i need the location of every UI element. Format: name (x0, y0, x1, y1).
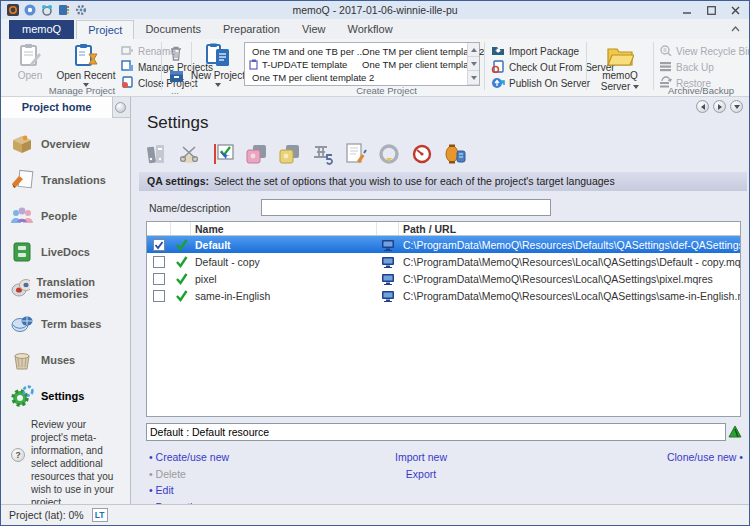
template-item[interactable]: One TM per client template (359, 58, 467, 71)
table-row[interactable]: pixel C:\ProgramData\MemoQ\Resources\Loc… (147, 270, 740, 287)
import-package-button[interactable]: Import Package (491, 44, 579, 58)
row-checkbox[interactable] (153, 256, 165, 268)
server-caret-icon (633, 85, 639, 89)
table-row[interactable]: Default C:\ProgramData\MemoQ\Resources\D… (147, 236, 740, 253)
autocorrect-settings-icon[interactable] (342, 141, 370, 167)
new-project-button[interactable]: New Project (194, 41, 242, 87)
view-recycle-bin-button[interactable]: View Recycle Bin (659, 44, 750, 58)
status-settings-icon[interactable] (375, 141, 403, 167)
content-pane: Settings QA settings:Select the set of o… (131, 97, 750, 506)
template-item[interactable]: T-UPDATE template (249, 58, 355, 71)
tab-view[interactable]: View (291, 20, 337, 39)
qa-settings-banner: QA settings:Select the set of options th… (139, 172, 747, 191)
sidebar-item-term-bases[interactable]: Term bases (1, 306, 130, 342)
qa-settings-icon[interactable] (210, 141, 238, 167)
nav-forward-button[interactable] (713, 100, 726, 113)
gear-icon[interactable] (74, 4, 87, 17)
archive-project-button[interactable] (165, 66, 187, 86)
edit-description-icon[interactable] (727, 424, 743, 441)
help-icon[interactable] (23, 4, 36, 17)
ribbon-separator (161, 42, 162, 90)
segmentation-rules-icon[interactable] (177, 141, 205, 167)
term-bases-icon (9, 312, 35, 336)
number-formats-icon[interactable] (309, 141, 337, 167)
table-row[interactable]: Default - copy C:\ProgramData\MemoQ\Reso… (147, 253, 740, 270)
maximize-button[interactable] (701, 3, 721, 17)
page-title: Settings (147, 113, 208, 133)
scroll-up-button[interactable] (468, 43, 479, 57)
people-icon (9, 204, 35, 228)
filter-label: Name/description (149, 202, 231, 214)
lt-status-icon[interactable]: LT (92, 508, 108, 522)
close-button[interactable] (725, 3, 745, 17)
template-item[interactable]: One TM per client template 2 (359, 45, 467, 58)
sidebar-item-overview[interactable]: Overview (1, 126, 130, 162)
create-use-new-link[interactable]: Create/use new (149, 449, 229, 466)
import-new-link[interactable]: Import new (361, 449, 481, 466)
column-header-name[interactable]: Name (191, 222, 377, 235)
row-checkbox[interactable] (153, 290, 165, 302)
export-link[interactable]: Export (361, 466, 481, 483)
back-up-button[interactable]: Back Up (659, 60, 714, 74)
resource-description-input[interactable] (146, 423, 726, 441)
ribbon-separator (586, 42, 587, 90)
collapse-ribbon-button[interactable] (727, 22, 743, 36)
clone-use-new-link[interactable]: Clone/use new (667, 449, 743, 466)
minimize-button[interactable] (677, 3, 697, 17)
sidebar-item-livedocs[interactable]: LiveDocs (1, 234, 130, 270)
row-checkbox[interactable] (153, 273, 165, 285)
tab-preparation[interactable]: Preparation (212, 20, 291, 39)
sidebar-item-settings[interactable]: Settings (1, 378, 130, 414)
name-description-filter-input[interactable] (261, 199, 551, 216)
sidebar-item-people[interactable]: People (1, 198, 130, 234)
sidebar-item-muses[interactable]: Muses (1, 342, 130, 378)
app-window: memoQ - 2017-01-06-winnie-ille-pu memoQ … (0, 0, 750, 526)
settings-gear-icon (9, 384, 35, 408)
row-checkbox[interactable] (153, 239, 165, 251)
delete-project-button[interactable] (165, 43, 187, 63)
back-up-icon (659, 61, 672, 74)
template-item[interactable]: One TM and one TB per ... (249, 45, 355, 58)
valid-check-icon (175, 289, 188, 302)
project-home-tab[interactable]: Project home (1, 97, 113, 118)
sidebar: Project home Overview Translations Peopl… (1, 97, 131, 506)
qa-settings-description: Select the set of options that you wish … (214, 175, 615, 187)
nav-back-button[interactable] (696, 100, 709, 113)
open-project-button[interactable]: Open (7, 41, 53, 81)
scroll-down-button[interactable] (468, 57, 479, 71)
project-home-close-icon[interactable] (115, 102, 126, 113)
qa-gauge-icon[interactable] (408, 141, 436, 167)
row-path: C:\ProgramData\MemoQ\Resources\Local\QAS… (399, 287, 740, 304)
sidebar-item-translations[interactable]: Translations (1, 162, 130, 198)
language-resources-icon[interactable] (441, 141, 469, 167)
memoq-logo-icon[interactable] (6, 4, 19, 17)
livedocs-settings-icon[interactable] (276, 141, 304, 167)
sidebar-item-translation-memories[interactable]: Translation memories (1, 270, 130, 306)
row-name: pixel (191, 270, 377, 287)
table-row[interactable]: same-in-English C:\ProgramData\MemoQ\Res… (147, 287, 740, 304)
nav-menu-button[interactable] (730, 100, 743, 113)
tab-documents[interactable]: Documents (134, 20, 212, 39)
row-path: C:\ProgramData\MemoQ\Resources\Defaults\… (399, 236, 740, 253)
memoq-server-button[interactable]: memoQ Server (591, 41, 649, 92)
general-settings-icon[interactable] (144, 141, 172, 167)
notebook-icon[interactable] (57, 4, 70, 17)
scroll-more-button[interactable] (468, 71, 479, 85)
sync-icon[interactable] (40, 4, 53, 17)
template-item[interactable]: One TM per client template 2 (249, 71, 355, 84)
quick-access-toolbar (1, 4, 87, 17)
tab-project[interactable]: Project (76, 20, 134, 39)
row-name: same-in-English (191, 287, 377, 304)
overview-icon (9, 132, 35, 156)
template-list-scrollbar[interactable] (467, 43, 479, 85)
tab-memoq[interactable]: memoQ (9, 20, 74, 39)
column-header-path[interactable]: Path / URL (399, 222, 740, 235)
ribbon-tab-strip: memoQ Project Documents Preparation View… (1, 19, 749, 39)
tm-settings-icon[interactable] (243, 141, 271, 167)
ribbon: Open Open Recent Rename Manage Projects … (1, 39, 749, 97)
edit-link[interactable]: Edit (149, 482, 229, 499)
tab-workflow[interactable]: Workflow (337, 20, 404, 39)
manage-projects-icon (121, 60, 134, 74)
translations-icon (9, 168, 35, 192)
open-recent-button[interactable]: Open Recent (57, 41, 115, 87)
